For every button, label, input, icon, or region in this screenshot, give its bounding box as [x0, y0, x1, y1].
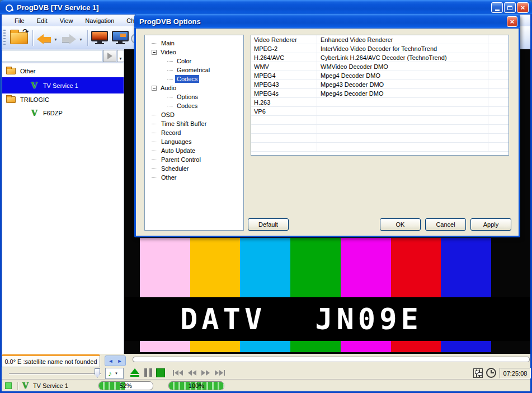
tree-item-osd[interactable]: OSD — [145, 110, 243, 119]
rewind-button[interactable] — [188, 370, 196, 376]
open-folder-icon[interactable] — [10, 32, 28, 44]
tree-item-record[interactable]: Record — [145, 128, 243, 137]
search-input[interactable] — [2, 50, 102, 62]
ok-button[interactable]: OK — [380, 218, 421, 231]
codec-row[interactable]: MPEG4sMpeg4s Decoder DMO — [251, 89, 509, 98]
tree-item-video-codecs[interactable]: Codecs — [145, 74, 243, 83]
tree-item-time-shift-buffer[interactable]: Time Shift Buffer — [145, 119, 243, 128]
channel-item-f6dzp[interactable]: V F6DZP — [2, 106, 124, 120]
playback-controls: ♪ ▼ 07:25:08 — [2, 367, 530, 380]
seek-bar[interactable] — [133, 357, 530, 362]
menu-view[interactable]: View — [54, 16, 79, 25]
group-label: TRILOGIC — [20, 96, 49, 103]
satellite-tab[interactable]: 0.0° E :satellite name not founded — [2, 354, 100, 367]
channel-group-other[interactable]: Other — [2, 65, 124, 77]
tree-item-video-geometrical[interactable]: Geometrical — [145, 66, 243, 74]
tree-item-audio-options[interactable]: Options — [145, 92, 243, 101]
menu-file[interactable]: File — [8, 16, 31, 25]
forward-button[interactable]: ▼ — [62, 34, 83, 44]
search-dropdown-button[interactable]: ▼ — [117, 50, 124, 62]
codec-row[interactable]: VP6 — [251, 107, 509, 116]
fast-forward-icon — [201, 370, 205, 376]
signal-strength-value: 52% — [99, 382, 153, 389]
codec-row-empty — [251, 116, 509, 125]
dialog-title: ProgDVB Options — [139, 17, 507, 26]
codec-row[interactable]: H.263 — [251, 98, 509, 107]
codec-row[interactable]: MPEG4Mpeg4 Decoder DMO — [251, 71, 509, 80]
channel-item-tv-service-1[interactable]: V TV Service 1 — [2, 77, 124, 93]
toolbar-separator — [87, 30, 88, 46]
play-channel-button[interactable] — [103, 50, 116, 62]
channel-label: F6DZP — [43, 110, 63, 116]
collapse-icon[interactable] — [152, 50, 157, 55]
stop-button[interactable] — [156, 368, 165, 377]
folder-icon — [6, 96, 16, 103]
tree-item-other[interactable]: Other — [145, 173, 243, 182]
tree-item-audio-codecs[interactable]: Codecs — [145, 101, 243, 110]
tree-item-parent-control[interactable]: Parent Control — [145, 155, 243, 164]
minimize-button[interactable] — [491, 2, 503, 13]
tree-item-languages[interactable]: Languages — [145, 137, 243, 146]
dialog-title-bar: ProgDVB Options × — [134, 14, 520, 29]
previous-button[interactable] — [173, 370, 183, 376]
signal-indicator — [5, 382, 12, 389]
dialog-body: Main Video Color Geometrical Codecs Audi… — [136, 29, 519, 236]
pause-button[interactable] — [144, 368, 152, 377]
eject-icon — [130, 368, 139, 374]
channel-search-row: ▼ — [2, 49, 124, 63]
tree-item-auto-update[interactable]: Auto Update — [145, 146, 243, 155]
minimize-icon — [495, 10, 500, 11]
tv-fullscreen-button[interactable] — [91, 31, 108, 45]
menu-navigation[interactable]: Navigation — [79, 16, 120, 25]
folder-icon — [6, 68, 16, 74]
tree-item-audio[interactable]: Audio — [145, 83, 243, 92]
tree-item-video-color[interactable]: Color — [145, 57, 243, 66]
clock-icon[interactable] — [486, 368, 496, 378]
codec-row[interactable]: WMVWMVideo Decoder DMO — [251, 62, 509, 71]
volume-slider-track[interactable] — [9, 373, 101, 375]
channel-group-trilogic[interactable]: TRILOGIC — [2, 93, 124, 106]
audio-dropdown-icon[interactable]: ▼ — [115, 372, 118, 375]
play-icon — [107, 53, 112, 59]
satellite-tab-label: 0.0° E :satellite name not founded — [4, 358, 97, 365]
equalizer-icon[interactable] — [473, 368, 483, 378]
menu-edit[interactable]: Edit — [31, 16, 54, 25]
options-dialog: ProgDVB Options × Main Video Color Geome… — [134, 14, 520, 237]
maximize-icon — [507, 6, 512, 10]
channel-label: TV Service 1 — [43, 82, 78, 89]
apply-button[interactable]: Apply — [470, 218, 511, 231]
back-icon — [37, 34, 44, 44]
signal-quality-value: 100% — [169, 382, 224, 389]
eject-button[interactable] — [130, 368, 140, 377]
forward-dropdown-icon[interactable]: ▼ — [79, 38, 83, 41]
audio-track-button[interactable]: ♪ ▼ — [105, 368, 124, 379]
collapse-icon[interactable] — [152, 86, 157, 91]
dialog-close-button[interactable]: × — [507, 16, 517, 27]
tree-item-main[interactable]: Main — [145, 39, 243, 48]
tree-item-scheduler[interactable]: Scheduler — [145, 164, 243, 173]
scroll-left-icon[interactable]: ◄ — [109, 358, 114, 364]
next-icon — [215, 370, 219, 376]
tv-window-button[interactable] — [112, 31, 129, 45]
toolbar-grip[interactable] — [3, 30, 6, 46]
close-button[interactable]: × — [517, 2, 529, 13]
back-dropdown-icon[interactable]: ▼ — [54, 38, 58, 41]
next-button[interactable] — [215, 370, 225, 376]
cancel-button[interactable]: Cancel — [425, 218, 466, 231]
back-button[interactable]: ▼ — [37, 34, 58, 44]
volume-slider-thumb[interactable] — [95, 368, 100, 378]
codec-row[interactable]: Video RendererEnhanced Video Renderer — [251, 35, 509, 44]
tree-item-video[interactable]: Video — [145, 48, 243, 57]
codec-row[interactable]: MPEG43Mpeg43 Decoder DMO — [251, 80, 509, 89]
default-button[interactable]: Default — [248, 218, 289, 231]
tv-monitor-icon — [91, 31, 108, 41]
codec-row-empty — [251, 143, 509, 152]
codec-row[interactable]: MPEG-2InterVideo Video Decoder for Techn… — [251, 44, 509, 53]
forward-icon — [69, 34, 76, 44]
fast-forward-button[interactable] — [201, 370, 210, 376]
maximize-button[interactable] — [504, 2, 516, 13]
codec-row[interactable]: H.264/AVCCyberLink H.264/AVC Decoder (Te… — [251, 53, 509, 62]
rewind-icon — [188, 370, 192, 376]
scroll-right-icon[interactable]: ► — [117, 358, 123, 364]
pause-icon — [144, 368, 147, 377]
